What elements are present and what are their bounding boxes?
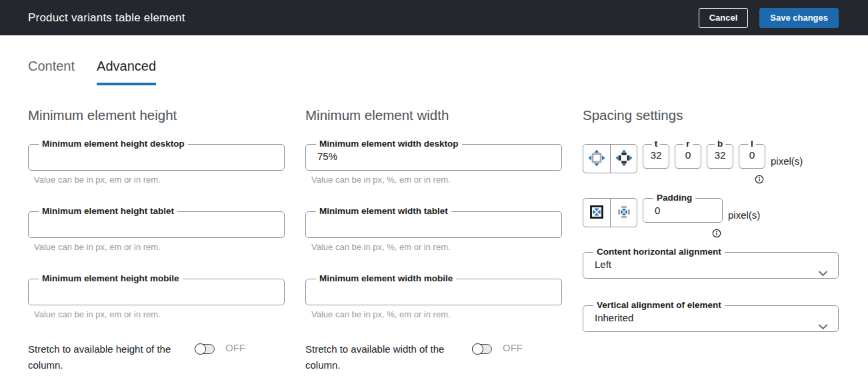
min-width-desktop-helper: Value can be in px, %, em or in rem. <box>311 175 562 185</box>
padding-label: Padding <box>653 193 695 203</box>
min-width-desktop-field: Minimum element width desktop <box>305 139 562 171</box>
min-height-tablet-helper: Value can be in px, em or in rem. <box>34 242 285 252</box>
min-width-mobile-helper: Value can be in px, %, em or in rem. <box>311 309 562 319</box>
stretch-height-state: OFF <box>225 342 245 353</box>
margin-top-label: t <box>652 139 661 149</box>
padding-all-sides-button[interactable] <box>583 199 610 227</box>
min-height-tablet-input[interactable] <box>39 216 276 233</box>
horizontal-alignment-value: Left <box>593 257 830 274</box>
margin-all-sides-button[interactable] <box>583 145 610 173</box>
vertical-alignment-select[interactable]: Vertical alignment of element Inherited <box>583 301 839 332</box>
padding-mode-group <box>583 198 637 227</box>
min-height-desktop-helper: Value can be in px, em or in rem. <box>34 175 285 185</box>
tab-content[interactable]: Content <box>28 59 75 85</box>
margin-per-side-button[interactable] <box>610 145 637 173</box>
settings-columns: Minimum element height Minimum element h… <box>28 107 839 373</box>
chevron-down-icon <box>818 267 828 279</box>
min-height-tablet-label: Minimum element height tablet <box>39 207 177 216</box>
margin-row: t r b l <box>583 139 839 185</box>
margin-top-field: t <box>643 139 669 169</box>
margin-right-field: r <box>675 139 701 169</box>
min-height-mobile-input[interactable] <box>39 283 276 301</box>
padding-per-side-button[interactable] <box>610 199 637 227</box>
stretch-width-toggle[interactable] <box>472 344 492 354</box>
tab-advanced[interactable]: Advanced <box>97 59 156 85</box>
margin-inputs: t r b l <box>643 139 765 169</box>
min-width-desktop-block: Minimum element width desktop Value can … <box>305 139 562 185</box>
spacing-title: Spacing settings <box>583 107 839 123</box>
min-height-tablet-block: Minimum element height tablet Value can … <box>28 207 285 252</box>
padding-row: Padding pixel(s) <box>583 193 839 239</box>
min-width-tablet-block: Minimum element width tablet Value can b… <box>305 207 562 252</box>
min-height-desktop-input[interactable] <box>39 149 276 166</box>
tab-bar: Content Advanced <box>28 59 839 85</box>
padding-input[interactable] <box>653 203 714 220</box>
margin-unit-label: pixel(s) <box>771 155 803 167</box>
square-arrows-out-icon <box>588 149 605 169</box>
min-height-mobile-block: Minimum element height mobile Value can … <box>28 274 285 319</box>
padding-unit-label: pixel(s) <box>728 209 760 221</box>
header-actions: Cancel Save changes <box>699 8 839 28</box>
margin-left-field: l <box>739 139 765 169</box>
padding-info-icon[interactable] <box>712 229 721 238</box>
chevron-down-icon <box>818 321 828 333</box>
min-width-mobile-label: Minimum element width mobile <box>316 274 456 283</box>
stretch-height-row: Stretch to available height of the colum… <box>28 341 285 373</box>
margin-bottom-label: b <box>715 139 725 149</box>
stretch-width-row: Stretch to available width of the column… <box>305 341 562 373</box>
margin-bottom-field: b <box>707 139 733 169</box>
min-height-tablet-field: Minimum element height tablet <box>28 207 285 238</box>
modal-page: Product variants table element Cancel Sa… <box>0 0 868 384</box>
min-width-tablet-helper: Value can be in px, %, em or in rem. <box>311 242 562 252</box>
vertical-alignment-value: Inherited <box>593 310 830 327</box>
horizontal-alignment-select[interactable]: Content horizontal alignment Left <box>583 247 839 279</box>
main-content: Content Advanced Minimum element height … <box>0 35 868 373</box>
margin-left-input[interactable] <box>741 149 763 164</box>
cancel-button[interactable]: Cancel <box>699 8 749 28</box>
margin-right-label: r <box>683 139 692 149</box>
margin-left-label: l <box>748 139 756 149</box>
stretch-height-toggle[interactable] <box>195 344 215 354</box>
min-width-mobile-field: Minimum element width mobile <box>305 274 562 305</box>
min-width-title: Minimum element width <box>305 107 562 123</box>
toggle-knob <box>472 343 483 355</box>
vertical-alignment-label: Vertical alignment of element <box>593 301 725 310</box>
min-width-tablet-label: Minimum element width tablet <box>316 207 451 216</box>
min-width-mobile-block: Minimum element width mobile Value can b… <box>305 274 562 319</box>
min-height-title: Minimum element height <box>28 107 285 123</box>
save-changes-button[interactable]: Save changes <box>759 8 839 28</box>
margin-right-input[interactable] <box>677 149 699 164</box>
min-height-mobile-label: Minimum element height mobile <box>39 274 183 283</box>
dashed-square-arrows-in-icon <box>615 203 633 223</box>
padding-field: Padding <box>643 193 723 223</box>
margin-bottom-input[interactable] <box>709 149 731 164</box>
min-height-mobile-helper: Value can be in px, em or in rem. <box>34 309 285 319</box>
min-height-desktop-field: Minimum element height desktop <box>28 139 285 171</box>
min-width-tablet-input[interactable] <box>316 216 553 233</box>
min-height-section: Minimum element height Minimum element h… <box>28 107 285 373</box>
spacing-section: Spacing settings <box>583 107 839 373</box>
margin-top-input[interactable] <box>645 149 667 164</box>
min-width-section: Minimum element width Minimum element wi… <box>305 107 562 373</box>
min-height-desktop-block: Minimum element height desktop Value can… <box>28 139 285 185</box>
stretch-width-label: Stretch to available width of the column… <box>305 341 464 373</box>
page-title: Product variants table element <box>28 11 185 25</box>
min-width-tablet-field: Minimum element width tablet <box>305 207 562 238</box>
square-arrows-in-icon <box>588 203 605 223</box>
min-height-desktop-label: Minimum element height desktop <box>39 139 188 149</box>
min-width-desktop-label: Minimum element width desktop <box>316 139 462 149</box>
min-width-mobile-input[interactable] <box>316 283 553 301</box>
horizontal-alignment-label: Content horizontal alignment <box>593 247 725 257</box>
dashed-square-arrows-out-icon <box>615 149 633 169</box>
min-width-desktop-input[interactable] <box>316 149 553 166</box>
toggle-knob <box>195 343 206 355</box>
header-bar: Product variants table element Cancel Sa… <box>0 0 868 35</box>
stretch-width-state: OFF <box>503 342 523 353</box>
stretch-height-label: Stretch to available height of the colum… <box>28 341 187 373</box>
margin-info-icon[interactable] <box>755 175 764 184</box>
margin-mode-group <box>583 144 637 173</box>
min-height-mobile-field: Minimum element height mobile <box>28 274 285 305</box>
